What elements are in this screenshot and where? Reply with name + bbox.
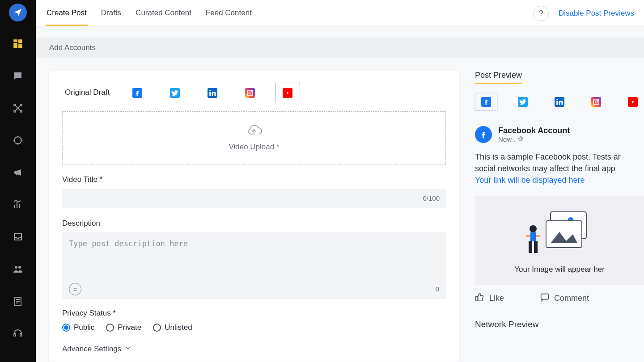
preview-account-name: Facebook Account — [498, 126, 570, 135]
privacy-status-label: Privacy Status * — [62, 309, 446, 318]
twitter-icon — [170, 88, 180, 98]
svg-point-6 — [20, 104, 22, 106]
preview-actions-row: Like Comment — [475, 292, 644, 304]
privacy-private-radio[interactable]: Private — [106, 323, 141, 332]
brand-logo[interactable] — [9, 4, 27, 21]
tab-instagram[interactable] — [237, 84, 263, 101]
tab-facebook[interactable] — [125, 84, 150, 101]
advance-settings-label: Advance Settings — [62, 345, 121, 354]
linkedin-icon — [555, 97, 564, 107]
post-preview-panel: Post Preview Facebook Account Now . — [475, 71, 644, 362]
instagram-icon — [591, 97, 601, 107]
nav-target-icon[interactable] — [8, 130, 28, 150]
description-counter: 0 — [436, 285, 439, 293]
instagram-icon — [245, 88, 255, 98]
svg-point-26 — [595, 101, 597, 103]
video-title-label: Video Title * — [62, 175, 446, 184]
like-button[interactable]: Like — [475, 292, 504, 304]
preview-tab-twitter[interactable] — [512, 93, 534, 111]
svg-rect-23 — [556, 101, 558, 105]
post-editor-card: Original Draft Video Upload * Video Titl… — [48, 71, 460, 362]
linkedin-icon — [208, 88, 217, 98]
privacy-private-label: Private — [118, 323, 141, 332]
svg-rect-0 — [13, 39, 17, 42]
svg-point-34 — [530, 225, 537, 232]
comment-button[interactable]: Comment — [540, 292, 589, 304]
network-preview-heading: Network Preview — [475, 320, 644, 329]
preview-tab-facebook[interactable] — [475, 93, 497, 111]
svg-rect-32 — [546, 221, 582, 248]
svg-point-22 — [76, 288, 76, 289]
youtube-icon — [283, 88, 292, 98]
nav-team-icon[interactable] — [8, 259, 28, 279]
advance-settings-toggle[interactable]: Advance Settings — [62, 345, 446, 354]
preview-body-line1: This is a sample Facebook post. Tests ar — [475, 152, 621, 161]
tab-twitter[interactable] — [162, 84, 187, 101]
svg-rect-2 — [13, 43, 17, 48]
svg-point-19 — [249, 92, 251, 94]
description-field-wrap: 0 — [62, 232, 446, 299]
tab-original-draft[interactable]: Original Draft — [62, 88, 112, 97]
preview-tab-instagram[interactable] — [585, 93, 607, 111]
tab-create-post[interactable]: Create Post — [46, 0, 88, 26]
svg-rect-14 — [14, 333, 16, 336]
svg-rect-36 — [529, 241, 532, 253]
disable-post-previews-link[interactable]: Disable Post Previews — [559, 9, 634, 18]
privacy-unlisted-label: Unlisted — [165, 323, 192, 332]
description-input[interactable] — [63, 233, 445, 280]
svg-rect-37 — [534, 241, 538, 253]
preview-media-caption: Your Image will appear her — [514, 265, 605, 274]
svg-rect-15 — [20, 333, 22, 336]
nav-dashboard-icon[interactable] — [8, 34, 28, 54]
chevron-down-icon — [125, 345, 131, 354]
svg-point-5 — [14, 104, 16, 106]
tab-linkedin[interactable] — [200, 84, 225, 101]
tab-curated-content[interactable]: Curated Content — [135, 0, 192, 26]
svg-rect-39 — [536, 235, 540, 237]
facebook-icon — [481, 97, 491, 107]
comment-icon — [540, 292, 550, 304]
video-title-counter: 0/100 — [423, 194, 440, 202]
svg-point-7 — [14, 110, 16, 112]
video-upload-dropzone[interactable]: Video Upload * — [62, 111, 446, 164]
nav-messages-icon[interactable] — [8, 66, 28, 86]
preview-link-placeholder[interactable]: Your link will be displayed here — [475, 176, 585, 185]
facebook-preview-post: Facebook Account Now . This is a sample … — [475, 126, 644, 304]
main-area: Create Post Drafts Curated Content Feed … — [36, 0, 644, 362]
tab-drafts[interactable]: Drafts — [100, 0, 122, 26]
preview-timestamp: Now . — [498, 135, 515, 143]
globe-icon — [518, 135, 524, 143]
svg-point-17 — [209, 90, 211, 91]
emoji-picker-button[interactable] — [69, 283, 81, 295]
tab-youtube[interactable] — [275, 83, 300, 103]
nav-connections-icon[interactable] — [8, 98, 28, 118]
nav-megaphone-icon[interactable] — [8, 163, 28, 182]
svg-rect-41 — [541, 294, 549, 299]
help-button[interactable]: ? — [534, 6, 549, 21]
video-title-field-wrap: 0/100 — [62, 189, 446, 208]
comment-label: Comment — [554, 294, 589, 303]
privacy-unlisted-radio[interactable]: Unlisted — [153, 323, 192, 332]
svg-rect-35 — [530, 232, 536, 241]
thumbs-up-icon — [475, 292, 485, 304]
preview-tab-youtube[interactable] — [622, 93, 644, 111]
svg-point-9 — [14, 137, 21, 144]
post-preview-title: Post Preview — [475, 71, 522, 84]
preview-tab-linkedin[interactable] — [548, 93, 571, 111]
like-label: Like — [489, 294, 504, 303]
tab-feed-content[interactable]: Feed Content — [205, 0, 253, 26]
image-placeholder-illustration — [526, 207, 593, 259]
add-accounts-bar[interactable]: Add Accounts — [36, 38, 644, 58]
nav-support-icon[interactable] — [8, 324, 28, 343]
privacy-public-radio[interactable]: Public — [62, 323, 94, 332]
svg-point-20 — [251, 91, 252, 92]
nav-analytics-icon[interactable] — [8, 195, 28, 215]
twitter-icon — [518, 97, 528, 107]
svg-point-27 — [597, 100, 598, 101]
privacy-radio-group: Public Private Unlisted — [62, 323, 446, 332]
svg-rect-38 — [526, 235, 530, 237]
nav-inbox-icon[interactable] — [8, 227, 28, 247]
nav-reports-icon[interactable] — [8, 291, 28, 311]
upload-label: Video Upload * — [229, 143, 279, 152]
video-title-input[interactable] — [68, 194, 423, 202]
